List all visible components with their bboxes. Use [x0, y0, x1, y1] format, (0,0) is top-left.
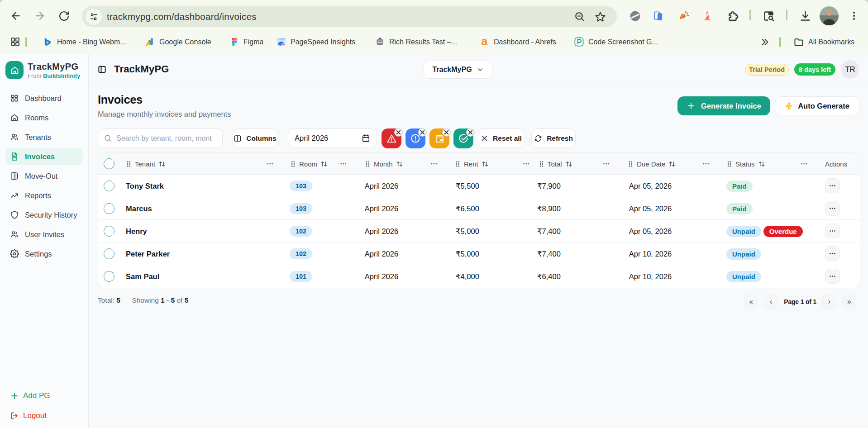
- svg-text:a: a: [482, 37, 488, 47]
